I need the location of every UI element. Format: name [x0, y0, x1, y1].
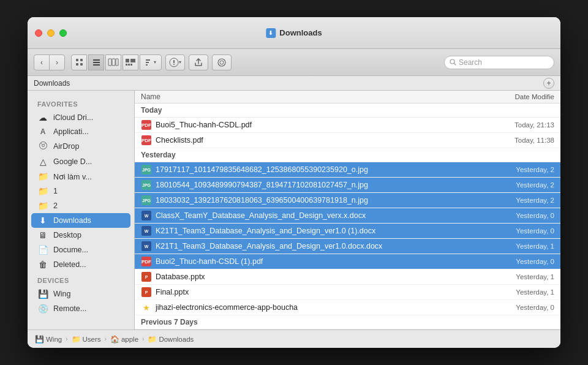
sidebar-item-remote[interactable]: 💿 Remote... — [28, 301, 134, 316]
svg-rect-13 — [128, 64, 130, 66]
sidebar-item-label: Google D... — [53, 157, 92, 166]
breadcrumb-users[interactable]: 📁 Users — [72, 335, 101, 344]
file-name: K21T1_Team3_Database_Analysis_and_Design… — [156, 242, 481, 250]
file-name: Checklists.pdf — [156, 136, 481, 145]
breadcrumb-label: Users — [83, 336, 101, 343]
sidebar-item-1[interactable]: 📁 1 — [28, 184, 134, 198]
svg-rect-20 — [173, 64, 175, 65]
breadcrumb-label: Wing — [46, 336, 62, 343]
yesterday-section-header: Yesterday — [135, 148, 560, 162]
table-row[interactable]: JPG 17917117_1011479835648682_1253868055… — [135, 162, 560, 178]
sidebar-item-workspace[interactable]: 📁 Nơi làm v... — [28, 169, 134, 184]
toolbar: ‹ › ▾ ▾ — [28, 49, 560, 76]
svg-point-22 — [220, 61, 224, 64]
minimize-button[interactable] — [47, 29, 55, 37]
table-row[interactable]: PDF Buoi2_Thuc-hanh-CSDL (1).pdf Yesterd… — [135, 254, 560, 269]
sidebar-item-googledrive[interactable]: △ Google D... — [28, 154, 134, 169]
pptx-icon: P — [141, 287, 152, 298]
title-area: ⬇ Downloads — [266, 28, 322, 38]
devices-header: Devices — [28, 272, 134, 287]
maximize-button[interactable] — [59, 29, 67, 37]
column-view-button[interactable] — [105, 55, 121, 70]
search-box[interactable]: Search — [444, 56, 554, 69]
table-row[interactable]: W K21T1_Team3_Database_Analysis_and_Desi… — [135, 239, 560, 254]
file-name: K21T1_Team3_Database_Analysis_and_Design… — [156, 227, 481, 235]
sidebar-item-downloads[interactable]: ⬇ Downloads — [31, 213, 130, 228]
sidebar-item-airdrop[interactable]: AirDrop — [28, 138, 134, 154]
table-row[interactable]: P Database.pptx Yesterday, 1 — [135, 269, 560, 285]
tag-button[interactable] — [212, 55, 232, 70]
jpg-icon: JPG — [141, 164, 152, 175]
table-row[interactable]: W K21T1_Team3_Database_Analysis_and_Desi… — [135, 224, 560, 239]
file-date: Yesterday, 2 — [481, 181, 554, 189]
file-list[interactable]: Name Date Modifie Today PDF Buoi5_Thuc-h… — [135, 91, 560, 329]
search-icon — [450, 59, 456, 66]
svg-point-21 — [218, 59, 225, 66]
home-icon: 🏠 — [110, 335, 119, 344]
table-row[interactable]: PDF Buoi5_Thuc-hanh-CSDL.pdf Today, 21:1… — [135, 118, 560, 133]
sidebar: Favorites ☁ iCloud Dri... A Applicati...… — [28, 91, 135, 329]
file-date: Today, 11:38 — [481, 137, 554, 144]
folder-icon: 📁 — [37, 171, 48, 181]
svg-rect-2 — [76, 63, 78, 66]
pdf-icon: PDF — [141, 256, 152, 267]
icon-view-button[interactable] — [71, 55, 87, 70]
file-date: Yesterday, 1 — [481, 243, 554, 250]
breadcrumb-separator: › — [142, 336, 144, 342]
sidebar-item-label: Downloads — [53, 216, 91, 225]
sidebar-item-documents[interactable]: 📄 Docume... — [28, 243, 134, 257]
file-name: ClassX_TeamY_Database_Analysis_and_Desig… — [156, 211, 481, 220]
breadcrumb-apple[interactable]: 🏠 apple — [110, 335, 138, 344]
file-name: Buoi2_Thuc-hanh-CSDL (1).pdf — [156, 257, 481, 266]
table-row[interactable]: P Final.pptx Yesterday, 1 — [135, 285, 560, 300]
table-row[interactable]: JPG 18033032_1392187620818063_6396500400… — [135, 193, 560, 208]
action-button[interactable]: ▾ — [165, 55, 185, 70]
close-button[interactable] — [35, 29, 42, 37]
file-date: Yesterday, 1 — [481, 273, 554, 280]
file-name: 17917117_1011479835648682_12538680553902… — [156, 165, 481, 174]
file-name: 18010544_1093489990794387_81947171020810… — [156, 181, 481, 189]
table-row[interactable]: ★ jihazi-electronics-ecommerce-app-bouch… — [135, 300, 560, 315]
svg-rect-3 — [80, 63, 83, 66]
back-button[interactable]: ‹ — [34, 55, 50, 70]
list-view-button[interactable] — [88, 55, 104, 70]
breadcrumb-downloads[interactable]: 📁 Downloads — [148, 335, 194, 344]
file-name: 18033032_1392187620818063_63965004006397… — [156, 196, 481, 205]
sidebar-item-label: Docume... — [53, 246, 88, 254]
today-section-header: Today — [135, 103, 560, 118]
sort-button[interactable]: ▾ — [140, 55, 162, 70]
sidebar-item-2[interactable]: 📁 2 — [28, 198, 134, 213]
view-controls: ▾ — [71, 55, 162, 70]
svg-rect-12 — [126, 64, 127, 66]
svg-rect-4 — [93, 59, 100, 61]
file-date: Yesterday, 0 — [481, 258, 554, 265]
file-name: Database.pptx — [156, 273, 481, 281]
table-row[interactable]: W ClassX_TeamY_Database_Analysis_and_Des… — [135, 208, 560, 224]
sidebar-item-label: Nơi làm v... — [53, 172, 92, 181]
sidebar-item-wing[interactable]: 💾 Wing — [28, 287, 134, 301]
jpg-icon: JPG — [141, 195, 152, 206]
breadcrumb-wing[interactable]: 💾 Wing — [35, 335, 62, 344]
table-row[interactable]: PDF Checklists.pdf Today, 11:38 — [135, 133, 560, 148]
sidebar-item-icloud[interactable]: ☁ iCloud Dri... — [28, 110, 134, 125]
sidebar-item-desktop[interactable]: 🖥 Desktop — [28, 228, 134, 243]
svg-rect-16 — [146, 62, 149, 63]
sidebar-item-deleted[interactable]: 🗑 Deleted... — [28, 257, 134, 272]
breadcrumb-separator: › — [105, 336, 107, 342]
search-placeholder: Search — [459, 58, 482, 67]
svg-rect-9 — [116, 59, 118, 66]
sidebar-item-label: Wing — [53, 290, 70, 298]
file-date: Yesterday, 1 — [481, 288, 554, 296]
bottom-breadcrumb-bar: 💾 Wing › 📁 Users › 🏠 apple › 📁 Downloads — [28, 329, 560, 348]
sidebar-item-applications[interactable]: A Applicati... — [28, 125, 134, 138]
titlebar: ⬇ Downloads — [28, 17, 560, 49]
add-button[interactable]: + — [543, 78, 554, 89]
table-row[interactable]: JPG 18010544_1093489990794387_8194717102… — [135, 178, 560, 193]
share-button[interactable] — [189, 55, 208, 70]
previous7-section-header: Previous 7 Days — [135, 315, 560, 329]
breadcrumb-label: apple — [121, 336, 138, 343]
forward-button[interactable]: › — [49, 55, 65, 70]
file-name: Final.pptx — [156, 288, 481, 296]
gallery-view-button[interactable] — [123, 55, 138, 70]
jpg-icon: JPG — [141, 179, 152, 190]
